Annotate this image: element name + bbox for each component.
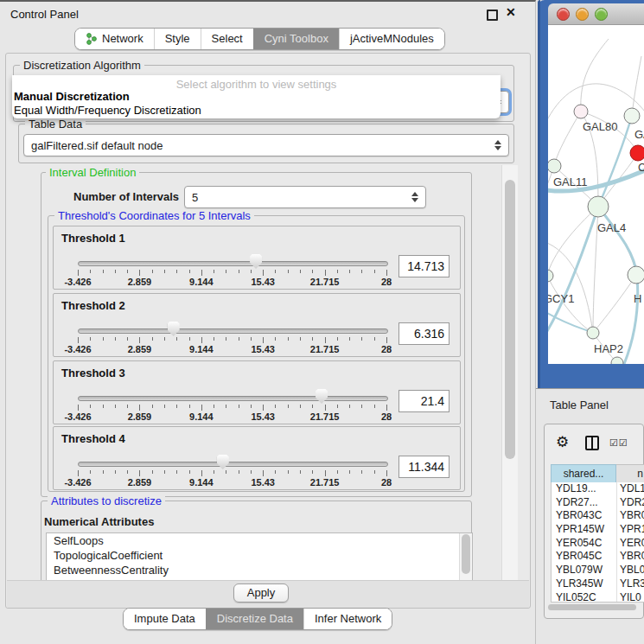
cell-name[interactable]: YPR1 (620, 523, 644, 537)
attributes-group-label: Attributes to discretize (48, 495, 165, 507)
cell-shared-name[interactable]: YLR345W (556, 577, 603, 591)
threshold-slider-track[interactable] (78, 261, 388, 266)
network-node[interactable] (628, 266, 644, 284)
tick-mark (176, 470, 177, 474)
cell-name[interactable]: YBR0 (620, 550, 644, 564)
slider-thumb[interactable] (168, 322, 180, 336)
cell-shared-name[interactable]: YDR27... (556, 496, 598, 510)
table-row[interactable]: YBR045CYBR0 (552, 550, 644, 564)
network-node[interactable] (548, 159, 561, 173)
cell-name[interactable]: YIL0 (620, 591, 641, 603)
attribute-list-item[interactable]: BetweennessCentrality (47, 563, 472, 577)
network-node[interactable] (587, 327, 599, 339)
tab-style[interactable]: Style (154, 29, 201, 49)
cell-shared-name[interactable]: YPR145W (556, 523, 604, 537)
cell-shared-name[interactable]: YER054C (556, 537, 602, 551)
table-data-combobox[interactable]: galFiltered.sif default node (23, 134, 509, 156)
attribute-list-item[interactable]: SelfLoops (47, 533, 472, 548)
split-columns-icon[interactable] (585, 436, 599, 450)
table-row[interactable]: YPR145WYPR1 (552, 523, 644, 537)
network-canvas[interactable]: GAL80GAL11GAL4GCY1HHAP2GAC (548, 25, 644, 364)
cell-shared-name[interactable]: YIL052C (556, 591, 596, 603)
close-icon[interactable]: ✕ (506, 5, 516, 19)
threshold-value-field[interactable]: 21.4 (399, 390, 450, 412)
slider-thumb[interactable] (316, 389, 328, 404)
table-row[interactable]: YLR345WYLR3 (552, 577, 644, 591)
tick-mark (251, 470, 252, 474)
scale-label: 2.859 (128, 277, 152, 287)
attributes-scrollbar-thumb[interactable] (462, 534, 470, 574)
option-equal-width-frequency[interactable]: Equal Width/Frequency Discretization (14, 104, 201, 117)
slider-thumb[interactable] (217, 455, 229, 469)
attribute-list-item[interactable]: TopologicalCoefficient (47, 548, 472, 563)
tick-mark (349, 470, 350, 474)
minimize-yellow-icon[interactable] (576, 8, 589, 21)
network-node[interactable] (588, 196, 609, 217)
network-node[interactable] (630, 145, 644, 161)
threshold-slider-track[interactable] (78, 396, 388, 401)
window-frame-edge (538, 0, 540, 388)
zoom-green-icon[interactable] (595, 8, 608, 21)
cell-shared-name[interactable]: YDL19... (556, 482, 596, 496)
tick-mark (300, 405, 301, 408)
table-row[interactable]: YDR27...YDR2 (552, 496, 644, 510)
cell-name[interactable]: YER0 (620, 537, 644, 551)
network-node[interactable] (548, 270, 553, 282)
tab-jactivemnodules[interactable]: jActiveMNodules (339, 29, 444, 49)
number-of-intervals-combobox[interactable]: 5 (184, 186, 426, 208)
table-row[interactable]: YBR043CYBR0 (552, 509, 644, 523)
network-node[interactable] (574, 105, 588, 118)
threshold-value-field[interactable]: 6.316 (399, 322, 450, 345)
tick-mark (374, 405, 375, 408)
tab-discretize-data[interactable]: Discretize Data (206, 609, 303, 629)
column-header-shared-name[interactable]: shared... (551, 464, 616, 483)
table-row[interactable]: YBL079WYBL0 (552, 564, 644, 577)
tab-infer-network[interactable]: Infer Network (303, 609, 392, 629)
settings-scrollbar-thumb[interactable] (505, 180, 515, 459)
table-row[interactable]: YIL052CYIL0 (552, 591, 644, 603)
table-hscrollbar-thumb[interactable] (548, 604, 636, 610)
table-hscrollbar-track[interactable] (548, 604, 640, 611)
threshold-slider-track[interactable] (78, 328, 388, 334)
scale-label: 15.43 (251, 411, 275, 422)
cell-shared-name[interactable]: YBL079W (556, 564, 603, 577)
tick-mark (189, 470, 190, 474)
gear-icon[interactable]: ⚙ (556, 433, 569, 451)
threshold-slider-track[interactable] (78, 462, 388, 467)
apply-button[interactable]: Apply (233, 583, 289, 603)
close-red-icon[interactable] (557, 8, 570, 21)
cell-name[interactable]: YBL0 (620, 564, 644, 577)
settings-scrollbar-track[interactable] (501, 165, 518, 606)
node-table[interactable]: YDL19...YDL1YDR27...YDR2YBR043CYBR0YPR14… (551, 482, 644, 603)
network-node[interactable] (624, 108, 640, 124)
table-row[interactable]: YER054CYER0 (552, 537, 644, 551)
number-of-intervals-value: 5 (192, 191, 411, 204)
threshold-value-field[interactable]: 14.713 (399, 255, 450, 277)
tick-mark (127, 405, 128, 408)
attributes-scrollbar-track[interactable] (459, 533, 472, 581)
slider-thumb[interactable] (250, 254, 262, 269)
network-nodes[interactable] (548, 105, 644, 364)
tab-select[interactable]: Select (201, 29, 253, 49)
cell-shared-name[interactable]: YBR045C (556, 550, 602, 564)
threshold-value-field[interactable]: 11.344 (399, 456, 450, 478)
column-header-name[interactable]: n (616, 464, 644, 483)
cell-name[interactable]: YLR3 (620, 577, 644, 591)
cell-name[interactable]: YBR0 (620, 509, 644, 523)
tick-mark (189, 337, 190, 341)
option-manual-discretization[interactable]: Manual Discretization (14, 90, 130, 103)
select-columns-icon[interactable]: ☑☑ (609, 437, 628, 449)
tick-mark (115, 405, 116, 408)
scale-label: 2.859 (128, 477, 152, 488)
cell-shared-name[interactable]: YBR043C (556, 509, 602, 523)
tab-cyni-toolbox[interactable]: Cyni Toolbox (253, 29, 339, 49)
tab-network[interactable]: Network (75, 29, 154, 49)
numerical-attributes-list[interactable]: SelfLoopsTopologicalCoefficientBetweenne… (46, 532, 473, 582)
table-row[interactable]: YDL19...YDL1 (552, 482, 644, 496)
tick-mark (312, 337, 313, 341)
cell-name[interactable]: YDL1 (620, 482, 644, 496)
cell-name[interactable]: YDR2 (620, 496, 644, 510)
tab-impute-data[interactable]: Impute Data (124, 609, 206, 629)
tick-mark (214, 270, 214, 273)
float-window-icon[interactable] (487, 10, 498, 21)
